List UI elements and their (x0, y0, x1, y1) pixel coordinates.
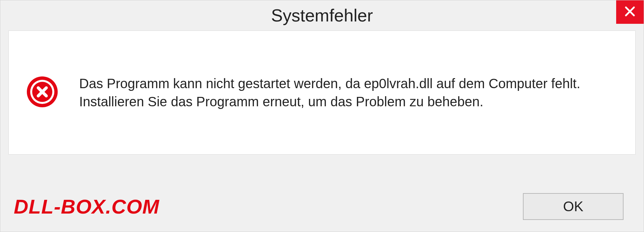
ok-button[interactable]: OK (523, 193, 624, 220)
content-wrapper: Das Programm kann nicht gestartet werden… (0, 31, 644, 181)
error-icon (25, 75, 59, 110)
dialog-title: Systemfehler (271, 5, 373, 25)
error-dialog: Systemfehler Das Programm kann (0, 0, 644, 232)
dialog-footer: DLL-BOX.COM OK (0, 181, 644, 232)
watermark-text: DLL-BOX.COM (14, 195, 159, 218)
content-panel: Das Programm kann nicht gestartet werden… (8, 31, 636, 155)
close-icon (624, 5, 636, 19)
titlebar: Systemfehler (0, 0, 644, 31)
close-button[interactable] (616, 0, 644, 24)
ok-button-label: OK (563, 198, 584, 215)
error-message: Das Programm kann nicht gestartet werden… (79, 74, 615, 111)
